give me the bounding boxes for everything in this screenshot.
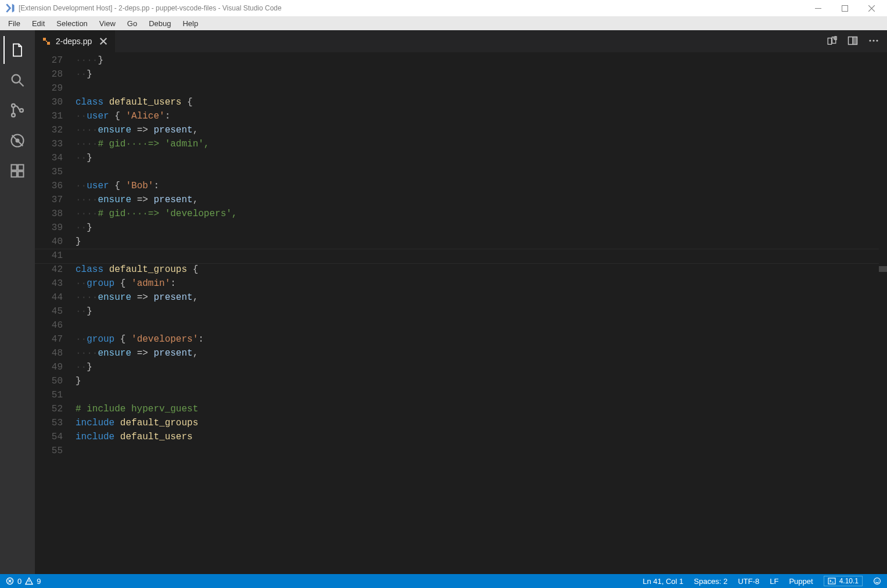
main-area: 2-deps.pp 272829303132333435363738394041… [0,30,887,574]
line-number: 41 [35,249,63,263]
code-content[interactable]: ····}··} class default_users {··user { '… [76,52,887,574]
warning-count: 9 [37,577,41,586]
line-number: 45 [35,304,63,318]
editor-zone: 2-deps.pp 272829303132333435363738394041… [35,30,887,574]
code-line[interactable]: } [76,374,887,388]
code-line[interactable] [76,444,887,458]
code-line[interactable]: class default_groups { [76,263,887,277]
code-line[interactable]: include default_groups [76,416,887,430]
debug-icon[interactable] [3,127,31,155]
editor-actions [818,30,887,52]
puppet-file-icon [42,37,51,46]
svg-point-27 [878,580,878,580]
code-line[interactable]: ····ensure => present, [76,291,887,304]
status-language-mode[interactable]: Puppet [789,577,813,586]
code-line[interactable] [76,81,887,95]
svg-rect-8 [12,165,17,170]
status-bar: 0 9 Ln 41, Col 1 Spaces: 2 UTF-8 LF Pupp… [0,574,887,588]
scm-icon[interactable] [3,96,31,124]
tab-2-deps[interactable]: 2-deps.pp [35,30,115,52]
line-number: 44 [35,291,63,304]
line-number: 55 [35,444,63,458]
code-line[interactable] [76,165,887,179]
code-line[interactable]: ····# gid····=> 'developers', [76,207,887,221]
menu-debug[interactable]: Debug [143,18,177,29]
code-line[interactable]: } [76,235,887,249]
explorer-icon[interactable] [3,36,31,64]
text-editor[interactable]: 2728293031323334353637383940414243444546… [35,52,887,574]
svg-point-25 [874,578,881,585]
svg-point-22 [876,40,878,41]
code-line[interactable]: ··group { 'developers': [76,332,887,346]
more-actions-icon[interactable] [868,35,879,48]
close-button[interactable] [858,0,885,16]
split-editor-icon[interactable] [848,35,858,48]
code-line[interactable]: ····# gid····=> 'admin', [76,137,887,151]
svg-rect-1 [842,5,848,11]
code-line[interactable]: ··} [76,151,887,165]
svg-point-5 [20,109,23,112]
line-number: 35 [35,165,63,179]
svg-point-4 [12,113,15,117]
maximize-button[interactable] [831,0,858,16]
extensions-icon[interactable] [3,157,31,185]
line-number: 32 [35,123,63,137]
line-number: 40 [35,235,63,249]
search-icon[interactable] [3,66,31,94]
svg-rect-19 [853,37,857,44]
menu-go[interactable]: Go [121,18,143,29]
line-number: 53 [35,416,63,430]
tab-label: 2-deps.pp [56,37,92,46]
svg-rect-10 [18,171,23,177]
line-number: 47 [35,332,63,346]
code-line[interactable]: ··} [76,304,887,318]
code-line[interactable]: ··} [76,67,887,81]
close-tab-icon[interactable] [99,37,108,46]
svg-rect-11 [18,165,23,170]
line-number: 28 [35,67,63,81]
activity-bar [0,30,35,574]
line-number: 38 [35,207,63,221]
code-line[interactable] [76,249,887,263]
status-cursor-position[interactable]: Ln 41, Col 1 [642,577,683,586]
warning-icon [25,577,33,585]
menu-help[interactable]: Help [177,18,204,29]
overview-ruler[interactable] [879,52,887,574]
status-feedback-icon[interactable] [873,577,881,585]
menu-view[interactable]: View [94,18,121,29]
code-line[interactable]: ··user { 'Bob': [76,179,887,193]
status-encoding[interactable]: UTF-8 [738,577,759,586]
code-line[interactable] [76,318,887,332]
code-line[interactable]: ····ensure => present, [76,346,887,360]
code-line[interactable]: # include hyperv_guest [76,402,887,416]
code-line[interactable]: ··group { 'admin': [76,277,887,291]
titlebar[interactable]: [Extension Development Host] - 2-deps.pp… [0,0,887,16]
line-number: 27 [35,53,63,67]
minimize-button[interactable] [805,0,831,16]
svg-point-3 [12,104,15,107]
code-line[interactable]: ··} [76,221,887,235]
code-line[interactable]: class default_users { [76,95,887,109]
menubar: File Edit Selection View Go Debug Help [0,16,887,30]
svg-rect-12 [43,38,46,41]
tab-bar: 2-deps.pp [35,30,887,52]
menu-file[interactable]: File [2,18,26,29]
code-line[interactable] [76,388,887,402]
status-puppet-version[interactable]: 4.10.1 [824,576,863,586]
status-indentation[interactable]: Spaces: 2 [694,577,728,586]
svg-point-21 [872,40,874,41]
code-line[interactable]: ····ensure => present, [76,123,887,137]
code-line[interactable]: ··} [76,360,887,374]
code-line[interactable]: ····ensure => present, [76,193,887,207]
menu-edit[interactable]: Edit [26,18,51,29]
vscode-logo-icon [5,3,15,13]
svg-rect-15 [828,38,831,44]
status-problems[interactable]: 0 9 [6,577,41,586]
code-line[interactable]: include default_users [76,430,887,444]
status-eol[interactable]: LF [770,577,778,586]
line-number: 52 [35,402,63,416]
compare-changes-icon[interactable] [827,35,837,48]
menu-selection[interactable]: Selection [51,18,93,29]
code-line[interactable]: ····} [76,53,887,67]
code-line[interactable]: ··user { 'Alice': [76,109,887,123]
